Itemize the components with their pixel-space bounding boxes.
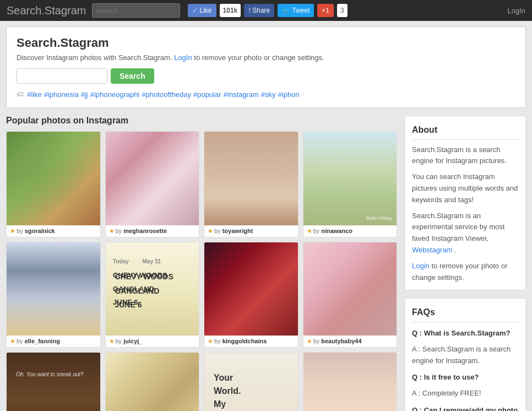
photo-username: elle_fanning <box>25 338 60 344</box>
gplus-label: +1 <box>322 7 329 14</box>
like-button[interactable]: ✓ Like <box>188 4 216 17</box>
photo-thumbnail: Belle Friday <box>303 132 397 225</box>
about-p4: Login to remove your photo or change set… <box>412 261 519 284</box>
about-title: About <box>412 123 519 140</box>
like-label: Like <box>200 7 212 14</box>
star-icon: ★ <box>109 338 115 344</box>
header-search-input[interactable] <box>92 3 180 18</box>
photo-item[interactable]: ★by kinggoldchains <box>204 242 298 348</box>
photo-thumbnail <box>106 353 199 411</box>
photo-caption: ★by sgoralnick <box>7 225 100 237</box>
star-icon: ★ <box>307 338 312 344</box>
tag-link[interactable]: #sky <box>261 90 276 99</box>
star-icon: ★ <box>10 338 15 344</box>
sidebar-login-link[interactable]: Login <box>412 262 430 270</box>
tags-row: 🏷 #like #iphonesia #jj #iphoneographi #p… <box>17 90 515 99</box>
photo-item[interactable]: ★by sgoralnick <box>6 131 101 237</box>
gplus-button[interactable]: +1 <box>317 4 334 17</box>
faq-answer: A : Search.Stagram is a search engine fo… <box>412 344 519 367</box>
facebook-share-button[interactable]: f Share <box>244 4 274 17</box>
photo-item[interactable] <box>303 352 398 411</box>
tag-link[interactable]: #iphoneographi <box>90 90 140 99</box>
by-label: by <box>313 338 322 344</box>
star-icon: ★ <box>307 228 312 234</box>
site-logo: Search.Stagram <box>7 4 86 17</box>
tag-link[interactable]: #like <box>27 90 42 99</box>
star-icon: ★ <box>10 228 15 234</box>
tweet-label: Tweet <box>292 7 310 14</box>
search-form: Search <box>17 68 515 84</box>
photo-username: beautybaby44 <box>321 338 361 344</box>
about-p3-start: Search.Stagram is an experimental servic… <box>412 212 504 243</box>
photo-caption: ★by ninawanco <box>303 225 397 237</box>
tag-link[interactable]: #iphon <box>278 90 300 99</box>
star-icon: ★ <box>109 228 115 234</box>
sidebar: About Search.Stagram is a search engine … <box>405 116 526 411</box>
photo-item[interactable]: ★by elle_fanning <box>6 242 101 348</box>
header-login-link[interactable]: LogIn <box>507 7 525 15</box>
photo-caption: ★by beautybaby44 <box>303 336 397 347</box>
tagline-start: Discover Instagram photos with Search.St… <box>17 53 172 62</box>
photo-thumbnail: YourWorld.My <box>204 353 298 411</box>
photo-item[interactable]: ★by meghanrosette <box>105 131 200 237</box>
tweet-button[interactable]: 🐦 Tweet <box>278 4 314 17</box>
photo-username: toyawright <box>222 228 253 234</box>
photo-thumbnail <box>106 132 199 225</box>
by-label: by <box>214 338 222 344</box>
social-buttons: ✓ Like 101k f Share 🐦 Tweet +1 3 <box>188 4 348 17</box>
photo-thumbnail <box>204 132 298 225</box>
photo-item[interactable]: YourWorld.My <box>204 352 298 411</box>
faq-title: FAQs <box>412 305 519 322</box>
tag-icon: 🏷 <box>17 90 24 99</box>
photo-item[interactable] <box>105 352 200 411</box>
photo-caption: ★by meghanrosette <box>106 225 199 237</box>
section-title: Popular photos on Instagram <box>6 116 397 126</box>
main-search-input[interactable] <box>17 68 107 84</box>
header: Search.Stagram ✓ Like 101k f Share 🐦 Twe… <box>0 0 532 21</box>
site-title: Search.Stagram <box>17 36 515 50</box>
search-button[interactable]: Search <box>111 68 154 84</box>
logo-light: .Stagram <box>41 4 86 17</box>
about-section: About Search.Stagram is a search engine … <box>405 116 526 290</box>
logo-bold: Search <box>7 4 41 17</box>
tagline-login-link[interactable]: LogIn <box>174 53 192 62</box>
photo-username: sgoralnick <box>25 228 55 234</box>
check-icon: ✓ <box>192 7 198 14</box>
photo-thumbnail <box>204 242 298 336</box>
by-label: by <box>214 228 222 234</box>
tag-link[interactable]: #iphonesia <box>44 90 79 99</box>
photo-caption: ★by toyawright <box>204 225 298 237</box>
faq-section: FAQs Q : What is Search.Stagram?A : Sear… <box>405 298 526 411</box>
by-label: by <box>116 228 124 234</box>
faq-question: Q : Is it free to use? <box>412 372 519 383</box>
star-icon: ★ <box>208 228 213 234</box>
faq-question: Q : Can I remove/add my photo from this … <box>412 405 519 411</box>
by-label: by <box>17 338 25 344</box>
photo-username: kinggoldchains <box>222 338 267 344</box>
photo-item[interactable]: ★by toyawright <box>204 131 298 237</box>
share-label: Share <box>252 7 270 14</box>
tagline: Discover Instagram photos with Search.St… <box>17 53 515 62</box>
like-count: 101k <box>220 4 241 17</box>
photo-username: ninawanco <box>321 228 352 234</box>
about-p2: You can search Instagram pictures using … <box>412 171 519 206</box>
tag-link[interactable]: #instagram <box>224 90 259 99</box>
photo-item[interactable]: Today May 31CHEVY WOODSGANGLANDJUNE 6★by… <box>105 242 200 348</box>
about-p3-end: . <box>454 246 457 254</box>
photo-item[interactable]: ★by beautybaby44 <box>303 242 398 348</box>
star-icon: ★ <box>208 338 213 344</box>
photo-thumbnail <box>303 353 397 411</box>
about-p1: Search.Stagram is a search engine for In… <box>412 144 519 167</box>
photo-thumbnail: Oh. You want to sneak out? <box>7 353 100 411</box>
by-label: by <box>17 228 25 234</box>
photo-item[interactable]: Belle Friday★by ninawanco <box>303 131 398 237</box>
gplus-count: 3 <box>337 4 348 17</box>
photo-thumbnail <box>303 242 397 336</box>
tag-link[interactable]: #popular <box>193 90 221 99</box>
by-label: by <box>116 338 124 344</box>
tag-link[interactable]: #jj <box>81 90 88 99</box>
tag-link[interactable]: #photooftheday <box>142 90 191 99</box>
photo-thumbnail: Today May 31CHEVY WOODSGANGLANDJUNE 6 <box>106 242 199 336</box>
photo-item[interactable]: Oh. You want to sneak out? <box>6 352 101 411</box>
webstagram-link[interactable]: Webstagram <box>412 246 452 254</box>
